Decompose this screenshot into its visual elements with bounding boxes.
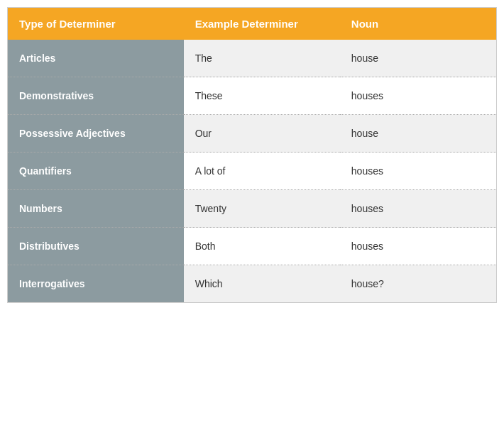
cell-example: Twenty: [184, 190, 340, 228]
table-row: NumbersTwentyhouses: [8, 190, 496, 228]
cell-noun: house: [340, 115, 496, 153]
cell-example: Both: [184, 228, 340, 265]
table-row: ArticlesThehouse: [8, 40, 496, 77]
cell-type: Demonstratives: [8, 77, 184, 115]
cell-noun: houses: [340, 190, 496, 228]
cell-example: Which: [184, 265, 340, 303]
table-row: InterrogativesWhichhouse?: [8, 265, 496, 303]
cell-type: Quantifiers: [8, 153, 184, 190]
cell-noun: house: [340, 40, 496, 77]
cell-noun: houses: [340, 228, 496, 265]
cell-type: Interrogatives: [8, 265, 184, 303]
table-row: Possessive AdjectivesOurhouse: [8, 115, 496, 153]
cell-noun: houses: [340, 77, 496, 115]
cell-type: Distributives: [8, 228, 184, 265]
cell-example: The: [184, 40, 340, 77]
determiner-table: Type of Determiner Example Determiner No…: [7, 7, 497, 303]
cell-example: Our: [184, 115, 340, 153]
cell-noun: house?: [340, 265, 496, 303]
header-example: Example Determiner: [184, 8, 340, 40]
cell-type: Numbers: [8, 190, 184, 228]
header-type: Type of Determiner: [8, 8, 184, 40]
cell-type: Possessive Adjectives: [8, 115, 184, 153]
cell-noun: houses: [340, 153, 496, 190]
table-header-row: Type of Determiner Example Determiner No…: [8, 8, 496, 40]
table-row: DistributivesBothhouses: [8, 228, 496, 265]
table-row: QuantifiersA lot ofhouses: [8, 153, 496, 190]
cell-example: A lot of: [184, 153, 340, 190]
header-noun: Noun: [340, 8, 496, 40]
table-row: DemonstrativesThesehouses: [8, 77, 496, 115]
cell-type: Articles: [8, 40, 184, 77]
cell-example: These: [184, 77, 340, 115]
